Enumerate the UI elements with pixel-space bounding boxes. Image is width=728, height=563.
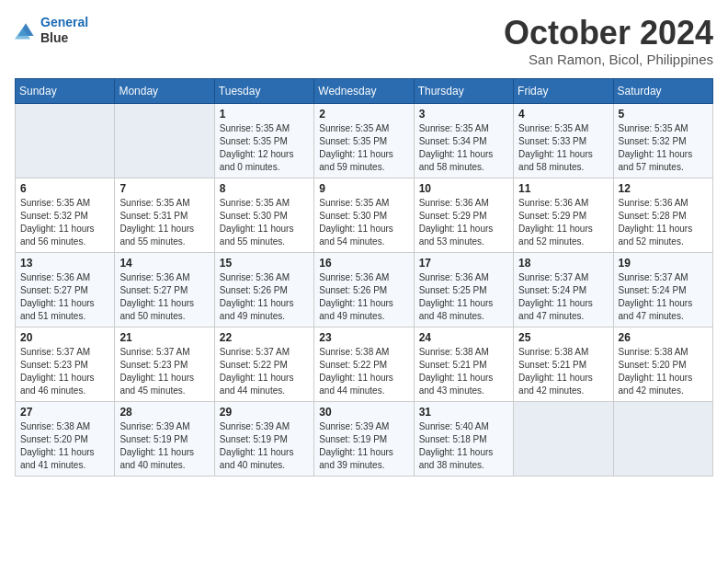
table-row: 20Sunrise: 5:37 AM Sunset: 5:23 PM Dayli… — [16, 327, 115, 401]
day-number: 19 — [619, 257, 708, 270]
day-info: Sunrise: 5:39 AM Sunset: 5:19 PM Dayligh… — [220, 420, 309, 472]
calendar-week-row: 27Sunrise: 5:38 AM Sunset: 5:20 PM Dayli… — [16, 401, 713, 476]
day-info: Sunrise: 5:35 AM Sunset: 5:33 PM Dayligh… — [518, 122, 608, 174]
day-info: Sunrise: 5:37 AM Sunset: 5:23 PM Dayligh… — [20, 346, 109, 397]
day-info: Sunrise: 5:38 AM Sunset: 5:22 PM Dayligh… — [319, 346, 408, 397]
table-row: 2Sunrise: 5:35 AM Sunset: 5:35 PM Daylig… — [314, 103, 414, 178]
day-number: 24 — [419, 331, 508, 344]
day-info: Sunrise: 5:35 AM Sunset: 5:32 PM Dayligh… — [619, 122, 708, 174]
logo-icon — [15, 21, 37, 40]
day-number: 18 — [518, 257, 608, 270]
calendar-table: Sunday Monday Tuesday Wednesday Thursday… — [15, 78, 713, 477]
table-row: 31Sunrise: 5:40 AM Sunset: 5:18 PM Dayli… — [414, 401, 513, 476]
day-number: 12 — [619, 182, 708, 195]
logo-text: General Blue — [40, 15, 88, 46]
page-header: General Blue October 2024 San Ramon, Bic… — [15, 15, 713, 67]
day-number: 28 — [119, 406, 209, 419]
table-row: 26Sunrise: 5:38 AM Sunset: 5:20 PM Dayli… — [613, 327, 712, 401]
day-number: 3 — [419, 108, 508, 121]
day-number: 25 — [518, 331, 608, 344]
day-number: 21 — [119, 331, 209, 344]
day-number: 13 — [20, 257, 109, 270]
table-row: 15Sunrise: 5:36 AM Sunset: 5:26 PM Dayli… — [214, 252, 313, 327]
table-row: 12Sunrise: 5:36 AM Sunset: 5:28 PM Dayli… — [613, 178, 712, 252]
day-number: 27 — [20, 406, 109, 419]
calendar-week-row: 13Sunrise: 5:36 AM Sunset: 5:27 PM Dayli… — [16, 252, 713, 327]
day-info: Sunrise: 5:35 AM Sunset: 5:30 PM Dayligh… — [220, 197, 309, 248]
table-row: 8Sunrise: 5:35 AM Sunset: 5:30 PM Daylig… — [214, 178, 313, 252]
table-row: 10Sunrise: 5:36 AM Sunset: 5:29 PM Dayli… — [414, 178, 513, 252]
table-row: 17Sunrise: 5:36 AM Sunset: 5:25 PM Dayli… — [414, 252, 513, 327]
table-row: 22Sunrise: 5:37 AM Sunset: 5:22 PM Dayli… — [214, 327, 313, 401]
day-info: Sunrise: 5:38 AM Sunset: 5:21 PM Dayligh… — [518, 346, 608, 397]
day-number: 23 — [319, 331, 408, 344]
table-row: 11Sunrise: 5:36 AM Sunset: 5:29 PM Dayli… — [514, 178, 613, 252]
day-info: Sunrise: 5:35 AM Sunset: 5:35 PM Dayligh… — [220, 122, 309, 174]
day-info: Sunrise: 5:37 AM Sunset: 5:22 PM Dayligh… — [220, 346, 309, 397]
table-row: 9Sunrise: 5:35 AM Sunset: 5:30 PM Daylig… — [314, 178, 414, 252]
table-row: 5Sunrise: 5:35 AM Sunset: 5:32 PM Daylig… — [613, 103, 712, 178]
table-row: 19Sunrise: 5:37 AM Sunset: 5:24 PM Dayli… — [613, 252, 712, 327]
day-info: Sunrise: 5:38 AM Sunset: 5:21 PM Dayligh… — [419, 346, 508, 397]
location-subtitle: San Ramon, Bicol, Philippines — [504, 52, 713, 67]
table-row: 27Sunrise: 5:38 AM Sunset: 5:20 PM Dayli… — [16, 401, 115, 476]
table-row: 24Sunrise: 5:38 AM Sunset: 5:21 PM Dayli… — [414, 327, 513, 401]
col-sunday: Sunday — [16, 78, 115, 103]
day-number: 5 — [619, 108, 708, 121]
table-row: 4Sunrise: 5:35 AM Sunset: 5:33 PM Daylig… — [514, 103, 613, 178]
logo-line2: Blue — [40, 30, 88, 46]
col-saturday: Saturday — [613, 78, 712, 103]
day-number: 31 — [419, 406, 508, 419]
day-info: Sunrise: 5:39 AM Sunset: 5:19 PM Dayligh… — [119, 420, 209, 472]
day-info: Sunrise: 5:38 AM Sunset: 5:20 PM Dayligh… — [619, 346, 708, 397]
table-row — [613, 401, 712, 476]
day-info: Sunrise: 5:36 AM Sunset: 5:26 PM Dayligh… — [220, 271, 309, 323]
day-number: 9 — [319, 182, 408, 195]
table-row: 3Sunrise: 5:35 AM Sunset: 5:34 PM Daylig… — [414, 103, 513, 178]
day-number: 26 — [619, 331, 708, 344]
col-wednesday: Wednesday — [314, 78, 414, 103]
day-info: Sunrise: 5:37 AM Sunset: 5:24 PM Dayligh… — [619, 271, 708, 323]
day-number: 4 — [518, 108, 608, 121]
day-number: 10 — [419, 182, 508, 195]
table-row — [115, 103, 214, 178]
table-row: 14Sunrise: 5:36 AM Sunset: 5:27 PM Dayli… — [115, 252, 214, 327]
day-number: 7 — [119, 182, 209, 195]
day-info: Sunrise: 5:36 AM Sunset: 5:28 PM Dayligh… — [619, 197, 708, 248]
month-title: October 2024 — [504, 15, 713, 52]
day-info: Sunrise: 5:35 AM Sunset: 5:30 PM Dayligh… — [319, 197, 408, 248]
table-row: 30Sunrise: 5:39 AM Sunset: 5:19 PM Dayli… — [314, 401, 414, 476]
calendar-week-row: 20Sunrise: 5:37 AM Sunset: 5:23 PM Dayli… — [16, 327, 713, 401]
table-row: 16Sunrise: 5:36 AM Sunset: 5:26 PM Dayli… — [314, 252, 414, 327]
table-row: 29Sunrise: 5:39 AM Sunset: 5:19 PM Dayli… — [214, 401, 313, 476]
col-tuesday: Tuesday — [214, 78, 313, 103]
table-row: 21Sunrise: 5:37 AM Sunset: 5:23 PM Dayli… — [115, 327, 214, 401]
table-row: 1Sunrise: 5:35 AM Sunset: 5:35 PM Daylig… — [214, 103, 313, 178]
day-number: 17 — [419, 257, 508, 270]
day-number: 15 — [220, 257, 309, 270]
day-info: Sunrise: 5:35 AM Sunset: 5:35 PM Dayligh… — [319, 122, 408, 174]
calendar-week-row: 6Sunrise: 5:35 AM Sunset: 5:32 PM Daylig… — [16, 178, 713, 252]
day-number: 14 — [119, 257, 209, 270]
day-info: Sunrise: 5:36 AM Sunset: 5:27 PM Dayligh… — [20, 271, 109, 323]
col-thursday: Thursday — [414, 78, 513, 103]
day-info: Sunrise: 5:37 AM Sunset: 5:23 PM Dayligh… — [119, 346, 209, 397]
day-number: 1 — [220, 108, 309, 121]
calendar-body: 1Sunrise: 5:35 AM Sunset: 5:35 PM Daylig… — [16, 103, 713, 476]
logo: General Blue — [15, 15, 88, 46]
table-row: 6Sunrise: 5:35 AM Sunset: 5:32 PM Daylig… — [16, 178, 115, 252]
col-friday: Friday — [514, 78, 613, 103]
day-number: 11 — [518, 182, 608, 195]
table-row: 18Sunrise: 5:37 AM Sunset: 5:24 PM Dayli… — [514, 252, 613, 327]
table-row: 23Sunrise: 5:38 AM Sunset: 5:22 PM Dayli… — [314, 327, 414, 401]
col-monday: Monday — [115, 78, 214, 103]
day-info: Sunrise: 5:36 AM Sunset: 5:29 PM Dayligh… — [419, 197, 508, 248]
day-info: Sunrise: 5:36 AM Sunset: 5:26 PM Dayligh… — [319, 271, 408, 323]
day-info: Sunrise: 5:37 AM Sunset: 5:24 PM Dayligh… — [518, 271, 608, 323]
day-info: Sunrise: 5:36 AM Sunset: 5:25 PM Dayligh… — [419, 271, 508, 323]
days-header-row: Sunday Monday Tuesday Wednesday Thursday… — [16, 78, 713, 103]
day-number: 22 — [220, 331, 309, 344]
day-info: Sunrise: 5:39 AM Sunset: 5:19 PM Dayligh… — [319, 420, 408, 472]
table-row: 7Sunrise: 5:35 AM Sunset: 5:31 PM Daylig… — [115, 178, 214, 252]
table-row: 25Sunrise: 5:38 AM Sunset: 5:21 PM Dayli… — [514, 327, 613, 401]
